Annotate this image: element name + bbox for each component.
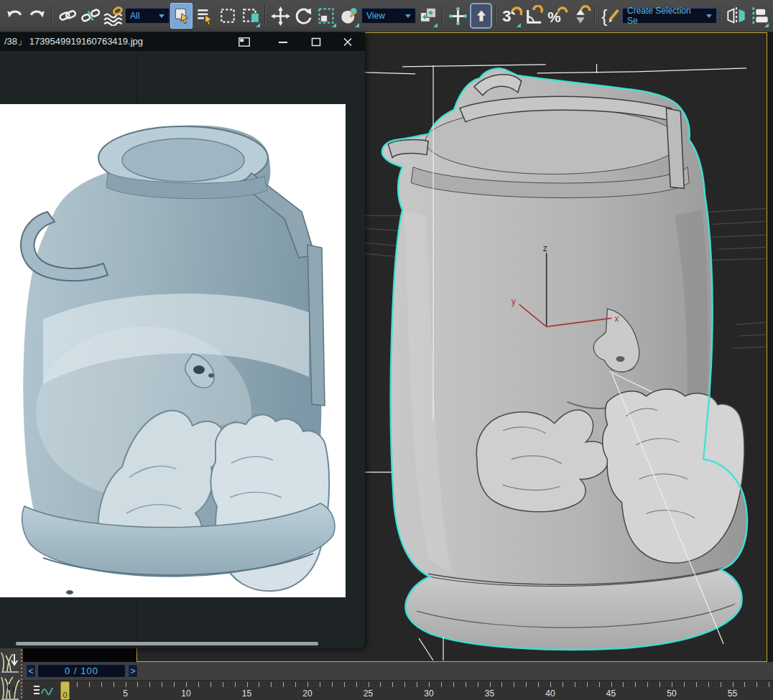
ruler-tick bbox=[744, 682, 745, 687]
frame-counter[interactable]: 0 / 100 bbox=[37, 664, 126, 678]
ruler-tick bbox=[453, 682, 454, 687]
ruler-tick bbox=[623, 682, 624, 687]
window-close-button[interactable] bbox=[341, 35, 355, 48]
grass-grow-icon[interactable] bbox=[0, 674, 20, 700]
ruler-label: 5 bbox=[123, 689, 128, 699]
ruler-label: 35 bbox=[485, 689, 494, 699]
window-dock-button[interactable] bbox=[237, 35, 251, 48]
trackbar-gutter bbox=[20, 649, 136, 661]
keyboard-shortcut-override-toggle[interactable] bbox=[470, 3, 492, 29]
ruler-tick bbox=[126, 682, 126, 687]
ruler-label: 10 bbox=[181, 689, 190, 699]
bind-to-space-warp-icon[interactable] bbox=[102, 3, 124, 29]
snap-toggle-3d-icon[interactable]: 3 bbox=[500, 3, 522, 29]
redo-icon[interactable] bbox=[26, 3, 48, 29]
ruler-tick bbox=[490, 682, 491, 687]
ruler-tick bbox=[114, 682, 114, 687]
select-and-scale-icon[interactable] bbox=[315, 3, 338, 29]
space-warp-glyph bbox=[103, 6, 124, 26]
ruler-tick bbox=[478, 682, 478, 687]
ruler-tick bbox=[696, 682, 697, 687]
selection-filter-dropdown[interactable]: All bbox=[125, 8, 170, 24]
undo-icon[interactable] bbox=[3, 3, 25, 29]
main-toolbar: All bbox=[0, 0, 773, 32]
select-and-place-icon[interactable] bbox=[338, 3, 361, 29]
maximize-icon bbox=[311, 37, 321, 47]
mirror-icon[interactable] bbox=[725, 3, 747, 29]
angle-snap-toggle-icon[interactable] bbox=[523, 3, 545, 29]
percent-snap-toggle-icon[interactable]: % bbox=[546, 3, 568, 29]
chevron-down-icon bbox=[405, 14, 411, 18]
brace-text: { bbox=[601, 6, 607, 26]
ruler-tick bbox=[247, 682, 248, 687]
window-maximize-button[interactable] bbox=[309, 35, 323, 48]
next-frame-button[interactable]: > bbox=[128, 664, 138, 678]
track-bar[interactable]: 0510152025303540455055 0 bbox=[0, 680, 773, 700]
ruler-label: 40 bbox=[545, 689, 555, 699]
ruler-tick bbox=[283, 682, 284, 687]
ruler-label: 15 bbox=[242, 689, 251, 699]
ruler-tick bbox=[392, 682, 393, 687]
place-glyph bbox=[340, 6, 359, 26]
frame-counter-value: 0 / 100 bbox=[65, 666, 98, 676]
ruler-tick bbox=[708, 682, 709, 687]
ruler-tick bbox=[198, 682, 199, 687]
ruler-tick bbox=[538, 682, 539, 687]
select-and-rotate-icon[interactable] bbox=[292, 3, 315, 29]
window-crossing-toggle-icon[interactable] bbox=[239, 3, 261, 29]
minimize-icon bbox=[278, 37, 288, 47]
ruler-tick bbox=[174, 682, 175, 687]
frame-ruler[interactable]: 0510152025303540455055 bbox=[0, 681, 773, 700]
ruler-tick bbox=[441, 682, 442, 687]
select-and-manipulate-icon[interactable] bbox=[447, 3, 469, 29]
ruler-tick bbox=[295, 682, 296, 687]
image-viewer-window[interactable]: /38」 1739549919160763419.jpg bbox=[0, 32, 365, 648]
ruler-tick bbox=[501, 682, 502, 687]
window-title: /38」 1739549919160763419.jpg bbox=[4, 35, 143, 48]
next-frame-label: > bbox=[130, 666, 135, 676]
previous-frame-button[interactable]: < bbox=[26, 664, 36, 678]
axis-y-label: y bbox=[512, 297, 516, 307]
unlink-selection-icon[interactable] bbox=[79, 3, 101, 29]
named-sets-glyph: { bbox=[600, 5, 621, 27]
ruler-tick bbox=[149, 682, 150, 687]
select-object-button[interactable] bbox=[170, 3, 193, 29]
rectangular-selection-region-icon[interactable] bbox=[216, 3, 239, 29]
toolbar-separator bbox=[720, 5, 722, 27]
toolbar-separator bbox=[264, 5, 267, 27]
grass-tool-icon[interactable] bbox=[0, 650, 20, 674]
manipulate-glyph bbox=[448, 6, 468, 26]
toolbar-separator bbox=[594, 5, 596, 27]
time-slider-handle[interactable]: 0 bbox=[60, 681, 70, 700]
select-and-link-icon[interactable] bbox=[56, 3, 78, 29]
spinner-snap-toggle-icon[interactable] bbox=[569, 3, 591, 29]
named-selection-sets-dropdown[interactable]: Create Selection Se bbox=[622, 8, 717, 24]
window-crossing-glyph bbox=[241, 6, 260, 25]
ruler-tick bbox=[550, 682, 551, 687]
align-icon[interactable] bbox=[748, 3, 770, 29]
select-and-move-icon[interactable] bbox=[269, 3, 292, 29]
ruler-tick bbox=[404, 682, 405, 687]
use-pivot-point-center-icon[interactable] bbox=[417, 3, 439, 29]
image-horizontal-scrollbar[interactable] bbox=[16, 642, 318, 645]
ruler-tick bbox=[210, 682, 211, 687]
window-minimize-button[interactable] bbox=[276, 35, 290, 48]
ruler-tick bbox=[307, 682, 308, 687]
edit-named-selection-sets-icon[interactable]: { bbox=[599, 3, 621, 29]
ruler-tick bbox=[235, 682, 236, 687]
reference-coordinate-system-dropdown[interactable]: View bbox=[361, 8, 416, 24]
time-slider-handle-label: 0 bbox=[63, 691, 67, 699]
select-object-glyph bbox=[172, 6, 191, 25]
photo-floor-dot bbox=[66, 590, 73, 594]
align-glyph bbox=[749, 6, 769, 26]
ruler-tick bbox=[769, 682, 769, 687]
toolbar-grip[interactable] bbox=[21, 650, 22, 699]
left-icon-strip bbox=[0, 648, 23, 700]
ruler-tick bbox=[526, 682, 527, 687]
angle-snap-glyph bbox=[524, 5, 545, 27]
model-milk-can[interactable] bbox=[382, 68, 747, 650]
time-slider-row: < 0 / 100 > bbox=[23, 662, 773, 680]
ruler-tick bbox=[684, 682, 685, 687]
ruler-tick bbox=[466, 682, 466, 687]
select-by-name-icon[interactable] bbox=[193, 3, 216, 29]
